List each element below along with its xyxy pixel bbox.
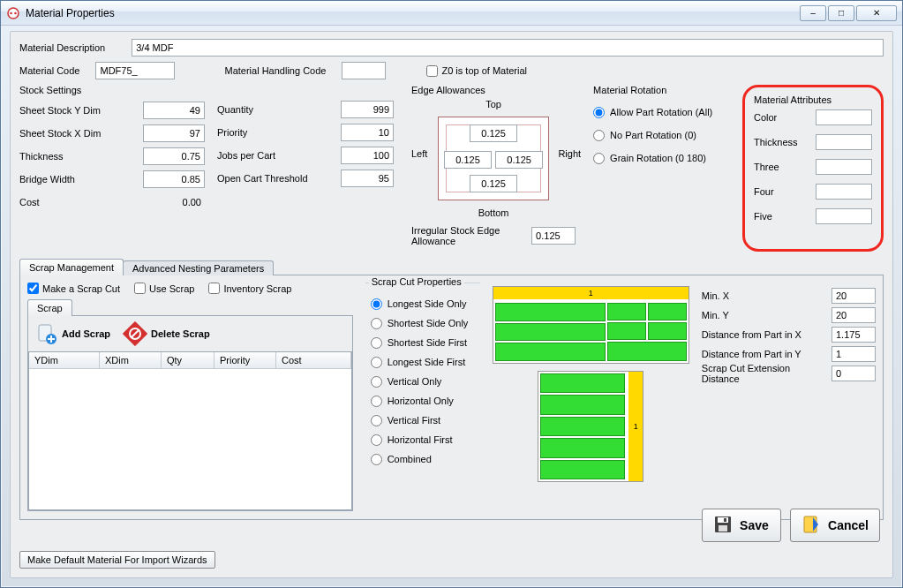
sheet-y-input[interactable] [143, 102, 205, 119]
bridge-width-input[interactable] [143, 170, 205, 188]
material-description-input[interactable] [132, 39, 884, 57]
nesting-diagram-top: 1 [493, 286, 689, 364]
quantity-column: Quantity Priority Jobs per Cart Open Car… [217, 100, 394, 252]
attr-three-label: Three [754, 162, 779, 172]
shortest-side-first-radio[interactable]: Shortest Side First [371, 333, 475, 352]
no-part-rotation-radio[interactable]: No Part Rotation (0) [593, 125, 725, 145]
scrap-left-panel: Make a Scrap Cut Use Scrap Inventory Scr… [27, 283, 353, 512]
col-priority: Priority [214, 352, 276, 368]
svg-point-2 [14, 11, 17, 14]
material-attributes-box: Material Attributes Color Thickness Thre… [742, 85, 884, 252]
nesting-diagram-bottom: 1 [538, 371, 643, 482]
irregular-edge-label: Irregular Stock Edge Allowance [411, 225, 526, 246]
horizontal-first-radio[interactable]: Horizontal First [371, 430, 475, 449]
attr-thickness-input[interactable] [816, 134, 872, 150]
material-code-input[interactable] [95, 62, 175, 79]
dist-y-input[interactable] [832, 346, 876, 362]
tabs: Scrap Management Advanced Nesting Parame… [19, 259, 884, 521]
maximize-button[interactable]: □ [828, 5, 854, 21]
thickness-label: Thickness [19, 151, 64, 162]
horizontal-only-radio[interactable]: Horizontal Only [371, 391, 475, 411]
delete-scrap-label: Delete Scrap [151, 328, 210, 339]
grain-rotation-radio[interactable]: Grain Rotation (0 180) [593, 148, 725, 168]
cost-input[interactable] [143, 193, 205, 211]
irregular-edge-input[interactable] [531, 227, 576, 245]
quantity-input[interactable] [341, 101, 394, 118]
edge-right-label: Right [558, 148, 581, 159]
make-scrap-cut-checkbox[interactable]: Make a Scrap Cut [27, 283, 120, 294]
cancel-button[interactable]: Cancel [790, 509, 880, 542]
tab-scrap-management[interactable]: Scrap Management [19, 259, 124, 275]
scrap-cut-properties-label: Scrap Cut Properties [369, 276, 464, 287]
scrap-ext-label: Scrap Cut Extension Distance [702, 363, 826, 384]
minimize-button[interactable]: – [800, 5, 826, 21]
z0-top-checkbox[interactable]: Z0 is top of Material [426, 65, 527, 77]
edge-right-input[interactable] [495, 151, 543, 169]
close-button[interactable]: ✕ [856, 5, 897, 21]
vertical-only-radio[interactable]: Vertical Only [371, 372, 475, 391]
titlebar: Material Properties – □ ✕ [1, 1, 902, 26]
scrap-grid-header: YDim XDim Qty Priority Cost [29, 352, 351, 369]
scrap-cut-properties: Scrap Cut Properties Longest Side Only S… [365, 283, 480, 512]
attr-four-input[interactable] [816, 184, 872, 200]
priority-label: Priority [217, 127, 247, 138]
attr-color-input[interactable] [816, 109, 872, 125]
edge-bottom-input[interactable] [470, 175, 517, 192]
edge-allowances-label: Edge Allowances [411, 85, 576, 95]
attr-color-label: Color [754, 112, 777, 123]
combined-radio[interactable]: Combined [371, 449, 475, 469]
allow-part-rotation-radio[interactable]: Allow Part Rotation (All) [593, 102, 725, 122]
open-cart-threshold-label: Open Cart Threshold [217, 173, 308, 184]
make-default-button[interactable]: Make Default Material For Import Wizards [19, 551, 215, 569]
edge-top-input[interactable] [470, 124, 517, 142]
col-qty: Qty [162, 352, 214, 368]
delete-scrap-icon[interactable] [123, 321, 147, 346]
add-scrap-label: Add Scrap [62, 328, 110, 339]
jobs-per-cart-input[interactable] [341, 147, 394, 164]
vertical-first-radio[interactable]: Vertical First [371, 411, 475, 430]
svg-point-0 [8, 8, 19, 19]
longest-side-first-radio[interactable]: Longest Side First [371, 352, 475, 372]
tab-advanced-nesting[interactable]: Advanced Nesting Parameters [123, 260, 274, 275]
shortest-side-only-radio[interactable]: Shortest Side Only [371, 313, 475, 333]
min-x-label: Min. X [702, 290, 729, 301]
priority-input[interactable] [341, 124, 394, 141]
min-y-input[interactable] [832, 307, 876, 323]
tab-panel: Make a Scrap Cut Use Scrap Inventory Scr… [19, 275, 884, 520]
scrap-ext-input[interactable] [832, 366, 876, 381]
edge-bottom-label: Bottom [411, 207, 576, 218]
attr-three-input[interactable] [816, 159, 872, 175]
svg-rect-9 [718, 517, 728, 523]
cancel-icon [801, 515, 821, 537]
material-handling-code-input[interactable] [342, 62, 386, 79]
floppy-icon [713, 515, 733, 537]
scrap-grid[interactable]: YDim XDim Qty Priority Cost [28, 351, 352, 510]
edge-left-input[interactable] [444, 151, 492, 169]
open-cart-threshold-input[interactable] [341, 170, 394, 187]
svg-point-1 [10, 11, 12, 14]
use-scrap-checkbox[interactable]: Use Scrap [134, 283, 194, 294]
edge-left-label: Left [411, 148, 427, 159]
dist-y-label: Distance from Part in Y [702, 349, 801, 359]
inventory-scrap-checkbox[interactable]: Inventory Scrap [208, 283, 291, 294]
material-rotation-label: Material Rotation [593, 85, 725, 95]
min-x-input[interactable] [832, 288, 876, 304]
quantity-label: Quantity [217, 104, 253, 115]
thickness-input[interactable] [143, 147, 205, 165]
sheet-x-input[interactable] [143, 124, 205, 142]
dist-x-input[interactable] [832, 327, 876, 343]
material-attributes-label: Material Attributes [754, 94, 832, 105]
add-scrap-icon[interactable] [34, 321, 58, 346]
longest-side-only-radio[interactable]: Longest Side Only [371, 294, 475, 313]
scrap-sub-tab[interactable]: Scrap [27, 299, 72, 316]
app-icon [6, 6, 20, 20]
col-cost: Cost [276, 352, 351, 368]
bridge-width-label: Bridge Width [19, 174, 75, 185]
attr-thickness-label: Thickness [754, 137, 798, 147]
save-button[interactable]: Save [702, 509, 781, 542]
z0-top-label: Z0 is top of Material [441, 65, 527, 76]
svg-rect-11 [724, 518, 726, 522]
attr-five-input[interactable] [816, 208, 872, 224]
window-frame: Material Properties – □ ✕ Material Descr… [0, 0, 903, 588]
edge-allowances-column: Edge Allowances Top Left Right Bottom Ir [411, 85, 576, 252]
